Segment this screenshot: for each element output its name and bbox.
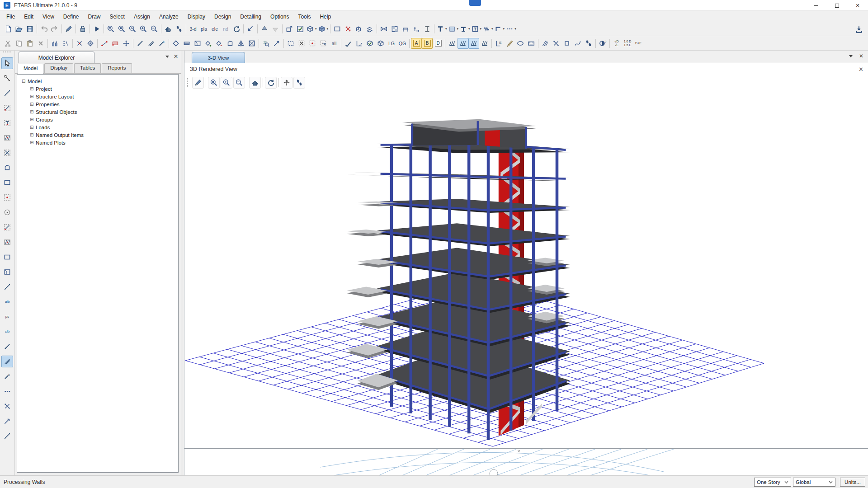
view-toolbar-grip[interactable]: [187, 78, 189, 87]
view-zoom-out-icon[interactable]: [233, 77, 245, 89]
menu-draw[interactable]: Draw: [84, 12, 105, 22]
draw-beam-icon[interactable]: ▾: [436, 23, 448, 34]
spline-icon[interactable]: [572, 38, 583, 49]
merge-joints-icon[interactable]: [74, 38, 85, 49]
object-shrink-icon[interactable]: [284, 23, 295, 34]
cube-check-icon[interactable]: [364, 38, 375, 49]
draw-door-obj-icon[interactable]: [1, 266, 13, 278]
explorer-tab-tables[interactable]: Tables: [74, 63, 101, 73]
draw-measure-icon[interactable]: [1, 415, 13, 427]
walkthrough-icon[interactable]: [174, 23, 184, 34]
move-up-list-icon[interactable]: [259, 23, 270, 34]
menu-help[interactable]: Help: [315, 12, 335, 22]
eraser-icon[interactable]: [515, 38, 526, 49]
keyboard-icon[interactable]: [526, 38, 537, 49]
load-case-de-button[interactable]: D+E: [633, 38, 644, 49]
panel-menu-chevron-icon[interactable]: [165, 56, 169, 58]
multiline-icon[interactable]: [540, 38, 551, 49]
assign-alb-button[interactable]: alb: [1, 296, 13, 308]
new-model-icon[interactable]: [3, 23, 14, 34]
draw-guide-icon[interactable]: [1, 430, 13, 442]
draw-dimension-icon[interactable]: ▾: [505, 23, 517, 34]
select-angle-icon[interactable]: [354, 38, 364, 49]
move-objects-icon[interactable]: [343, 23, 354, 34]
flip-object-icon[interactable]: [236, 38, 246, 49]
reshape-object-icon[interactable]: [1, 72, 13, 84]
tab-3d-view[interactable]: 3-D View: [192, 52, 245, 63]
view-plan-button[interactable]: pla: [198, 23, 209, 34]
draw-ref-plane-icon[interactable]: [1, 356, 13, 367]
tree-item-structural-objects[interactable]: ⊞Structural Objects: [20, 108, 178, 116]
check-line-icon[interactable]: [343, 38, 354, 49]
rotate-3d-view-icon[interactable]: [231, 23, 242, 34]
cut-icon[interactable]: [3, 38, 14, 49]
quick-draw-beam-icon[interactable]: [181, 38, 192, 49]
view-move-axes-icon[interactable]: [281, 77, 292, 89]
draw-frame-icon[interactable]: [1, 102, 13, 114]
tree-item-model[interactable]: ⊟Model: [20, 77, 178, 85]
draw-dim-line-icon[interactable]: [1, 385, 13, 397]
expand-icon[interactable]: ⊞: [30, 117, 36, 122]
break-objects-icon[interactable]: [551, 38, 561, 49]
hatch-4-icon[interactable]: [479, 38, 490, 49]
dock-grip[interactable]: [3, 52, 11, 54]
expand-icon[interactable]: ⊞: [30, 109, 36, 114]
extrude-frames-icon[interactable]: [354, 23, 364, 34]
object-view-options-icon[interactable]: ▾: [306, 23, 317, 34]
rendered-view-close-icon[interactable]: ✕: [859, 66, 863, 73]
view-pan-icon[interactable]: [249, 77, 261, 89]
partial-plan-view-window[interactable]: [184, 449, 868, 475]
draw-floor-icon[interactable]: ▾: [459, 23, 471, 34]
expand-icon[interactable]: ⊞: [30, 140, 36, 145]
view-walkthrough-icon[interactable]: [293, 77, 305, 89]
tree-item-structure-layout[interactable]: ⊞Structure Layout: [20, 93, 178, 100]
view-rb-zoom-icon[interactable]: [208, 77, 220, 89]
view-rotate-icon[interactable]: [265, 77, 277, 89]
redo-icon[interactable]: [49, 23, 60, 34]
snap-points-icon[interactable]: [60, 38, 71, 49]
menu-view[interactable]: View: [38, 12, 59, 22]
menu-assign[interactable]: Assign: [129, 12, 155, 22]
story-mode-select[interactable]: One Story: [754, 478, 791, 487]
tab-close-icon[interactable]: ✕: [859, 54, 863, 58]
draw-rect-floor-icon[interactable]: [1, 177, 13, 188]
panel-splitter[interactable]: [181, 51, 184, 475]
draw-ref-line-icon[interactable]: k: [1, 371, 13, 382]
select-window-icon[interactable]: [285, 38, 296, 49]
menu-options[interactable]: Options: [266, 12, 293, 22]
run-analysis-icon[interactable]: [91, 23, 102, 34]
menu-detailing[interactable]: Detailing: [236, 12, 266, 22]
expand-icon[interactable]: ⊞: [30, 86, 36, 91]
move-point-icon[interactable]: [121, 38, 132, 49]
draw-quick-wall-icon[interactable]: [1, 236, 13, 248]
copy-icon[interactable]: [14, 38, 24, 49]
draw-poly-area-icon[interactable]: [225, 38, 236, 49]
align-objects-icon[interactable]: [49, 38, 60, 49]
menu-analyze[interactable]: Analyze: [155, 12, 183, 22]
select-previous-icon[interactable]: +e: [318, 38, 329, 49]
collapse-icon[interactable]: ⊟: [22, 79, 28, 84]
draw-circle-icon[interactable]: [1, 206, 13, 218]
letter-d-button[interactable]: D: [433, 38, 443, 49]
tree-item-loads[interactable]: ⊞Loads: [20, 123, 178, 131]
mesh-areas-icon[interactable]: [389, 23, 400, 34]
letter-b-button[interactable]: B: [422, 38, 433, 49]
divide-area-icon[interactable]: [246, 38, 257, 49]
explorer-tab-reports[interactable]: Reports: [102, 63, 132, 73]
draw-joint-icon[interactable]: [1, 87, 13, 99]
remove-area-icon[interactable]: [214, 38, 225, 49]
draw-secondary-beams-icon[interactable]: [1, 147, 13, 159]
merge-objects-icon[interactable]: [378, 23, 389, 34]
rubber-band-zoom-icon[interactable]: [105, 23, 116, 34]
view-zoom-in-icon[interactable]: [221, 77, 232, 89]
expand-icon[interactable]: ⊞: [30, 94, 36, 99]
stylus-icon[interactable]: [504, 38, 515, 49]
view-elevation-button[interactable]: ele: [209, 23, 220, 34]
view-3d-button[interactable]: 3-d: [188, 23, 198, 34]
lock-model-icon[interactable]: [77, 23, 88, 34]
menu-design[interactable]: Design: [210, 12, 236, 22]
menu-tools[interactable]: Tools: [293, 12, 315, 22]
select-pointer-icon[interactable]: [1, 57, 13, 69]
undo-icon[interactable]: [38, 23, 49, 34]
save-icon[interactable]: [24, 23, 35, 34]
